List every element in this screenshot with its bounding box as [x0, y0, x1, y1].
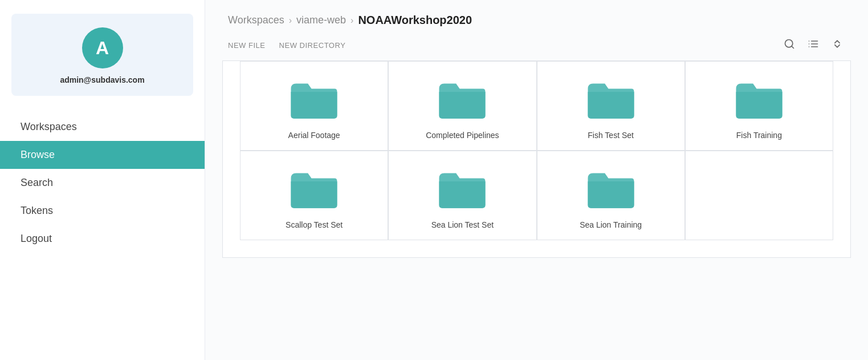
folder-fish-test-set[interactable]: Fish Test Set [537, 61, 685, 151]
folder-name: Fish Training [736, 131, 782, 140]
breadcrumb-viame-web[interactable]: viame-web [296, 14, 346, 26]
list-icon [808, 38, 819, 50]
breadcrumb-current: NOAAWorkshop2020 [358, 14, 472, 27]
folder-scallop-test-set[interactable]: Scallop Test Set [240, 151, 388, 240]
folder-name: Scallop Test Set [286, 220, 343, 229]
sidebar: A admin@subdavis.com Workspaces Browse S… [0, 0, 205, 360]
folder-completed-pipelines[interactable]: Completed Pipelines [388, 61, 536, 151]
folder-icon [288, 78, 340, 120]
folder-fish-training[interactable]: Fish Training [685, 61, 833, 151]
sidebar-item-browse[interactable]: Browse [0, 141, 205, 169]
avatar: A [82, 27, 123, 68]
file-grid: Aerial Footage Completed Pipelines Fish … [222, 60, 851, 258]
breadcrumb-sep-1: › [289, 15, 292, 26]
sort-button[interactable] [829, 36, 845, 55]
sidebar-item-search[interactable]: Search [0, 169, 205, 197]
folder-name: Sea Lion Training [580, 220, 642, 229]
breadcrumb-sep-2: › [351, 15, 353, 26]
toolbar: NEW FILE NEW DIRECTORY [205, 33, 868, 60]
folder-icon [288, 167, 340, 210]
nav-list: Workspaces Browse Search Tokens Logout [0, 107, 205, 258]
svg-line-1 [792, 46, 794, 48]
sort-icon [832, 38, 843, 50]
folder-icon [733, 78, 785, 120]
new-directory-button[interactable]: NEW DIRECTORY [279, 39, 346, 52]
sidebar-item-logout[interactable]: Logout [0, 225, 205, 253]
new-file-button[interactable]: NEW FILE [228, 39, 266, 52]
folder-name: Fish Test Set [588, 131, 634, 140]
folder-sea-lion-training[interactable]: Sea Lion Training [537, 151, 685, 240]
folder-sea-lion-test-set[interactable]: Sea Lion Test Set [388, 151, 536, 240]
list-view-button[interactable] [805, 36, 821, 55]
search-icon-button[interactable] [781, 36, 797, 55]
folder-name: Completed Pipelines [426, 131, 499, 140]
folder-icon [585, 167, 637, 210]
folder-icon [437, 167, 488, 210]
folder-empty [685, 151, 833, 240]
user-email: admin@subdavis.com [60, 75, 144, 84]
user-card: A admin@subdavis.com [11, 14, 193, 96]
sidebar-item-tokens[interactable]: Tokens [0, 197, 205, 225]
sidebar-item-workspaces[interactable]: Workspaces [0, 113, 205, 141]
folder-aerial-footage[interactable]: Aerial Footage [240, 61, 388, 151]
folder-icon [585, 78, 637, 120]
main-content: Workspaces › viame-web › NOAAWorkshop202… [205, 0, 868, 360]
toolbar-left: NEW FILE NEW DIRECTORY [228, 39, 345, 52]
toolbar-right [781, 36, 845, 55]
search-icon [784, 38, 795, 50]
breadcrumb-workspaces[interactable]: Workspaces [228, 14, 284, 26]
folder-icon [437, 78, 488, 120]
breadcrumb: Workspaces › viame-web › NOAAWorkshop202… [205, 0, 868, 33]
folder-name: Aerial Footage [288, 131, 340, 140]
folder-name: Sea Lion Test Set [431, 220, 494, 229]
